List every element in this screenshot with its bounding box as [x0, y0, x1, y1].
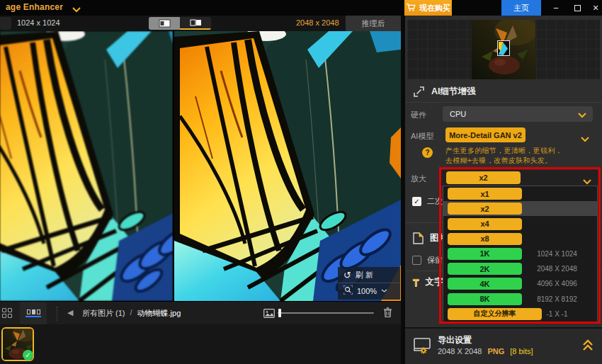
model-label: AI模型 — [411, 131, 433, 142]
compare-split-button[interactable] — [180, 17, 211, 30]
active-tab-underline — [25, 316, 41, 317]
model-description-line1: 产生更多的细节，更清晰，更锐利， — [445, 146, 562, 156]
scale-option-resolution: 8192 X 8192 — [521, 295, 593, 303]
export-settings-bar[interactable]: 导出设置 2048 X 2048 PNG [8 bits] — [405, 329, 602, 364]
settings-panel: AI细节增强 硬件 CPU AI模型 More-Detail GAN v2 ? … — [405, 16, 602, 364]
scale-option-pill: 1K — [448, 248, 522, 260]
scale-option[interactable]: x8 — [443, 232, 597, 246]
section-title: AI细节增强 — [431, 86, 476, 98]
viewer-corner-chip[interactable] — [0, 17, 11, 30]
export-summary: 2048 X 2048 PNG [8 bits] — [438, 347, 533, 356]
scale-option-pill: 4K — [448, 278, 522, 290]
image-compare-area: ↺ 刷 新 100% — [0, 31, 401, 301]
section-text[interactable]: T 文字 — [413, 276, 443, 288]
scale-option-pill: x4 — [448, 218, 522, 230]
scale-option[interactable]: 1K 1024 X 1024 — [443, 246, 597, 261]
navigator-minimap[interactable] — [407, 20, 600, 79]
model-chevron-icon[interactable] — [581, 132, 589, 145]
maximize-button[interactable] — [568, 0, 586, 16]
hardware-select[interactable]: CPU — [443, 106, 593, 122]
scale-option-resolution: 1024 X 1024 — [521, 250, 593, 258]
scale-option[interactable]: 2K 2048 X 2048 — [443, 261, 597, 276]
secondary-enhance-checkbox[interactable]: ✓ 二次 — [412, 196, 443, 207]
before-image[interactable] — [0, 31, 173, 301]
after-image[interactable] — [174, 31, 401, 301]
close-button[interactable]: × — [586, 0, 602, 16]
viewer-column: 1024 x 1024 2048 x 2048 推理后 — [0, 16, 401, 364]
compare-side-by-side-button[interactable] — [149, 17, 180, 30]
title-dropdown-chevron-icon[interactable] — [72, 3, 81, 16]
scale-option[interactable]: 自定义分辨率 -1 X -1 — [443, 307, 597, 322]
check-icon: ✓ — [25, 351, 30, 359]
divider — [405, 102, 602, 103]
viewer-info-bar: 1024 x 1024 2048 x 2048 推理后 — [0, 16, 401, 31]
side-by-side-icon — [159, 19, 171, 28]
model-help-button[interactable]: ? — [422, 147, 433, 158]
export-bit-depth: [8 bits] — [510, 347, 533, 356]
delete-button[interactable] — [383, 307, 392, 321]
text-section-title: 文字 — [426, 276, 443, 288]
thumbnail-size-slider[interactable] — [278, 312, 374, 314]
help-icon: ? — [425, 149, 429, 157]
filmstrip-bar: ◀ 所有图片 (1) / 动物蝴蝶.jpg — [0, 301, 401, 324]
hardware-label: 硬件 — [411, 110, 426, 120]
model-value: More-Detail GAN v2 — [449, 131, 522, 140]
filmstrip-view-button[interactable] — [20, 302, 47, 325]
app-title: age Enhancer — [6, 2, 63, 12]
keep-checkbox-label: 保留 — [427, 255, 443, 266]
titlebar: age Enhancer 现在购买 主页 − × — [0, 0, 602, 16]
breadcrumb-all-images[interactable]: 所有图片 (1) — [82, 308, 125, 319]
refresh-button[interactable]: ↺ 刷 新 — [338, 267, 400, 283]
split-view-icon — [190, 18, 202, 27]
scale-option-resolution: 2048 X 2048 — [521, 265, 593, 273]
workspace: 1024 x 1024 2048 x 2048 推理后 — [0, 16, 602, 364]
scale-option[interactable]: x4 — [443, 216, 597, 231]
refresh-icon: ↺ — [343, 270, 351, 280]
secondary-checkbox-label: 二次 — [427, 196, 443, 207]
trash-icon — [383, 307, 392, 318]
app-window: age Enhancer 现在购买 主页 − × 1024 x 1024 — [0, 0, 602, 364]
view-controls-overlay: ↺ 刷 新 100% — [338, 267, 400, 300]
scale-option[interactable]: x1 — [443, 186, 597, 201]
model-description-line2: 去模糊+去噪，改善皮肤和头发。 — [445, 156, 552, 166]
home-button[interactable]: 主页 — [501, 0, 541, 16]
home-label: 主页 — [513, 3, 529, 13]
section-ai-detail-enhance[interactable]: AI细节增强 — [413, 86, 476, 98]
breadcrumb: 所有图片 (1) / 动物蝴蝶.jpg — [82, 308, 181, 319]
checkbox-checked-icon: ✓ — [412, 197, 421, 206]
scale-option-resolution: -1 X -1 — [521, 310, 593, 318]
scale-option[interactable]: 8K 8192 X 8192 — [443, 292, 597, 307]
cart-icon — [406, 3, 416, 13]
text-tool-icon: T — [413, 277, 419, 288]
close-icon: × — [593, 2, 598, 13]
collapse-chevrons-icon[interactable] — [582, 339, 594, 354]
back-arrow-icon[interactable]: ◀ — [67, 308, 73, 317]
before-resolution-label: 1024 x 1024 — [17, 18, 60, 27]
navigator-viewport-marker[interactable] — [497, 40, 510, 56]
zoom-value: 100% — [357, 287, 377, 295]
hardware-value: CPU — [450, 110, 466, 118]
slider-handle[interactable] — [278, 309, 281, 317]
keep-checkbox[interactable]: 保留 — [412, 255, 443, 266]
compare-mode-toggle — [149, 17, 211, 30]
after-tab-label: 推理后 — [362, 18, 385, 29]
model-select[interactable]: More-Detail GAN v2 — [445, 127, 526, 142]
scale-option[interactable]: 4K 4096 X 4096 — [443, 276, 597, 291]
checkbox-unchecked-icon — [412, 256, 421, 265]
export-format: PNG — [487, 347, 504, 356]
filmstrip-separator — [57, 307, 57, 321]
scale-option-pill: x1 — [448, 188, 522, 200]
after-resolution-label: 2048 x 2048 — [296, 18, 339, 27]
zoom-level-control[interactable]: 100% — [338, 283, 400, 298]
buy-now-label: 现在购买 — [419, 3, 450, 13]
grid-view-button[interactable] — [2, 308, 12, 318]
enhance-icon — [413, 86, 425, 98]
minimize-button[interactable]: − — [547, 0, 565, 16]
tab-after-inference[interactable]: 推理后 — [346, 16, 401, 31]
export-settings-icon — [412, 337, 432, 357]
scale-option[interactable]: x2 — [443, 201, 597, 216]
scale-select[interactable]: x2 — [441, 170, 598, 186]
scale-current-value: x2 — [446, 171, 521, 184]
magnifier-icon — [343, 285, 353, 296]
buy-now-button[interactable]: 现在购买 — [404, 0, 452, 16]
